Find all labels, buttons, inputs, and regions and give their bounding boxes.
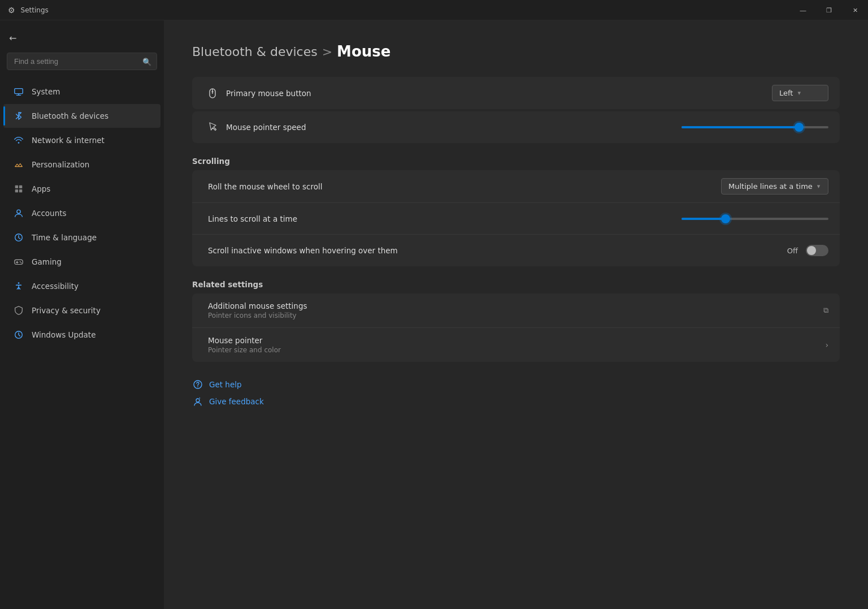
pointer-speed-control <box>682 126 828 128</box>
apps-icon <box>12 183 25 195</box>
sidebar-label-network: Network & internet <box>32 136 105 145</box>
sidebar-label-personalization: Personalization <box>32 160 89 169</box>
breadcrumb: Bluetooth & devices > Mouse <box>192 43 840 60</box>
svg-rect-0 <box>15 89 23 94</box>
titlebar: ⚙ Settings — ❐ ✕ <box>0 0 868 20</box>
svg-point-11 <box>18 282 20 284</box>
bluetooth-icon <box>12 110 25 122</box>
svg-rect-4 <box>15 189 18 192</box>
give-feedback-link[interactable]: Give feedback <box>192 396 840 407</box>
external-link-icon: ⧉ <box>823 306 828 315</box>
primary-mouse-dropdown[interactable]: Left ▾ <box>772 85 828 101</box>
sidebar-label-system: System <box>32 87 60 96</box>
sidebar-item-accounts[interactable]: Accounts <box>3 201 160 225</box>
scroll-inactive-toggle[interactable] <box>806 245 828 256</box>
sidebar-item-bluetooth[interactable]: Bluetooth & devices <box>3 104 160 128</box>
additional-mouse-label: Additional mouse settings Pointer icons … <box>208 301 823 319</box>
lines-scroll-control <box>682 218 828 220</box>
pointer-speed-label: Mouse pointer speed <box>226 123 682 132</box>
help-icon <box>192 379 203 390</box>
pointer-speed-slider[interactable] <box>682 126 828 128</box>
sidebar-item-apps[interactable]: Apps <box>3 177 160 201</box>
gaming-icon <box>12 256 25 268</box>
related-section-header: Related settings <box>192 280 840 289</box>
get-help-link[interactable]: Get help <box>192 379 840 390</box>
search-icon: 🔍 <box>142 57 151 66</box>
minimize-button[interactable]: — <box>790 0 816 20</box>
sidebar-label-apps: Apps <box>32 184 50 193</box>
get-help-label: Get help <box>209 380 242 389</box>
scroll-wheel-value: Multiple lines at a time <box>728 182 813 191</box>
svg-point-1 <box>18 142 20 144</box>
scroll-inactive-label: Scroll inactive windows when hovering ov… <box>208 246 787 255</box>
svg-point-18 <box>196 399 199 402</box>
network-icon <box>12 134 25 146</box>
svg-point-15 <box>212 90 214 92</box>
sidebar-label-accessibility: Accessibility <box>32 282 79 291</box>
scroll-inactive-control: Off <box>787 245 828 256</box>
window-title: Settings <box>21 6 49 14</box>
scrolling-section-header: Scrolling <box>192 157 840 166</box>
breadcrumb-parent[interactable]: Bluetooth & devices <box>192 45 318 59</box>
pointer-speed-card: Mouse pointer speed <box>192 111 840 143</box>
additional-mouse-row[interactable]: Additional mouse settings Pointer icons … <box>192 293 840 328</box>
dropdown-arrow-icon: ▾ <box>797 89 801 97</box>
feedback-icon <box>192 396 203 407</box>
scroll-inactive-row: Scroll inactive windows when hovering ov… <box>192 235 840 266</box>
restore-button[interactable]: ❐ <box>816 0 842 20</box>
app-container: ← 🔍 System <box>0 20 868 609</box>
sidebar-item-gaming[interactable]: Gaming <box>3 250 160 274</box>
related-card: Additional mouse settings Pointer icons … <box>192 293 840 362</box>
scroll-wheel-control: Multiple lines at a time ▾ <box>721 178 828 195</box>
sidebar-item-accessibility[interactable]: Accessibility <box>3 274 160 298</box>
svg-point-10 <box>21 262 22 264</box>
time-icon <box>12 231 25 244</box>
give-feedback-label: Give feedback <box>209 397 264 406</box>
sidebar-item-personalization[interactable]: Personalization <box>3 153 160 176</box>
sidebar-item-update[interactable]: Windows Update <box>3 323 160 347</box>
dropdown-arrow2-icon: ▾ <box>817 183 821 190</box>
scrolling-card: Roll the mouse wheel to scroll Multiple … <box>192 170 840 266</box>
svg-rect-3 <box>19 185 22 188</box>
primary-mouse-value: Left <box>779 89 793 97</box>
scroll-wheel-dropdown[interactable]: Multiple lines at a time ▾ <box>721 178 828 195</box>
svg-point-17 <box>197 386 198 387</box>
scroll-inactive-toggle-label: Off <box>787 247 798 255</box>
primary-mouse-row: Primary mouse button Left ▾ <box>192 77 840 109</box>
breadcrumb-separator: > <box>322 45 332 59</box>
sidebar-item-network[interactable]: Network & internet <box>3 128 160 152</box>
search-input[interactable] <box>7 53 157 70</box>
back-button[interactable]: ← <box>0 29 164 47</box>
sidebar-nav: System Bluetooth & devices <box>0 79 164 347</box>
lines-scroll-row: Lines to scroll at a time <box>192 203 840 235</box>
sidebar-label-gaming: Gaming <box>32 257 62 266</box>
primary-mouse-card: Primary mouse button Left ▾ <box>192 77 840 109</box>
system-icon <box>12 85 25 98</box>
sidebar-label-update: Windows Update <box>32 330 96 339</box>
svg-rect-2 <box>15 185 18 188</box>
sidebar-label-time: Time & language <box>32 233 97 242</box>
chevron-right-icon: › <box>825 340 828 349</box>
pointer-icon <box>203 121 222 133</box>
sidebar-item-time[interactable]: Time & language <box>3 226 160 249</box>
svg-point-9 <box>20 261 21 262</box>
lines-scroll-label: Lines to scroll at a time <box>208 214 682 223</box>
additional-mouse-external: ⧉ <box>823 306 828 315</box>
sidebar-label-bluetooth: Bluetooth & devices <box>32 111 108 120</box>
lines-scroll-slider[interactable] <box>682 218 828 220</box>
toggle-knob <box>807 246 816 255</box>
mouse-pointer-chevron: › <box>825 340 828 349</box>
settings-icon: ⚙ <box>8 6 15 15</box>
privacy-icon <box>12 304 25 317</box>
mouse-pointer-label: Mouse pointer Pointer size and color <box>208 336 825 354</box>
search-box: 🔍 <box>7 53 157 70</box>
mouse-pointer-row[interactable]: Mouse pointer Pointer size and color › <box>192 328 840 362</box>
main-content: Bluetooth & devices > Mouse Primary mous… <box>164 20 868 609</box>
sidebar-item-privacy[interactable]: Privacy & security <box>3 299 160 322</box>
sidebar-item-system[interactable]: System <box>3 80 160 103</box>
svg-point-6 <box>17 210 20 213</box>
sidebar-label-accounts: Accounts <box>32 209 67 218</box>
pointer-speed-row: Mouse pointer speed <box>192 111 840 143</box>
svg-rect-5 <box>19 189 22 192</box>
close-button[interactable]: ✕ <box>842 0 868 20</box>
